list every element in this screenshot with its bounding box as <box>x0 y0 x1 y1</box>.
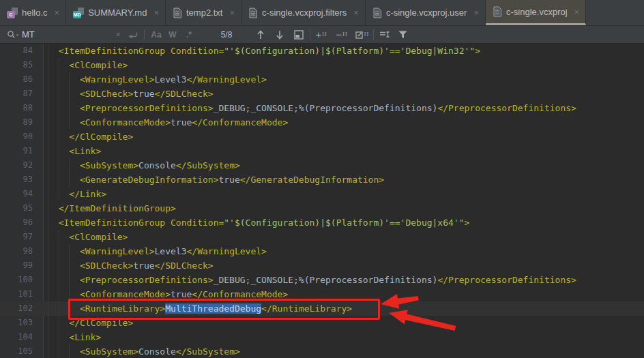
indent-guide <box>48 44 48 58</box>
code-line[interactable]: 96 <ItemDefinitionGroup Condition="'$(Co… <box>0 215 644 230</box>
tab-label: temp2.txt <box>186 8 222 18</box>
tab-c-single-vcxproj-user[interactable]: c-single.vcxproj.user× <box>366 0 486 25</box>
close-icon[interactable]: × <box>229 8 235 17</box>
indent-guide <box>59 72 59 87</box>
filter-search-icon[interactable] <box>395 28 410 42</box>
indent-guide <box>59 344 59 358</box>
line-number: 93 <box>0 173 43 187</box>
code-line[interactable]: 98 <WarningLevel>Level3</WarningLevel> <box>0 244 644 258</box>
code-line[interactable]: 105 <SubSystem>Console</SubSystem> <box>0 344 644 358</box>
code-text: </ClCompile> <box>48 316 133 330</box>
code-line[interactable]: 90 </ClCompile> <box>0 130 644 144</box>
line-number: 90 <box>0 130 43 144</box>
code-line[interactable]: 92 <SubSystem>Console</SubSystem> <box>0 158 644 173</box>
select-all-occurrences-button[interactable]: II <box>355 28 370 42</box>
text-file-icon <box>248 8 258 18</box>
line-number: 100 <box>0 273 43 287</box>
code-line[interactable]: 101 <ConformanceMode>true</ConformanceMo… <box>0 287 644 301</box>
tab-temp2-txt[interactable]: temp2.txt× <box>166 0 241 25</box>
search-input[interactable] <box>20 29 111 40</box>
code-line[interactable]: 103 </ClCompile> <box>0 316 644 330</box>
code-line[interactable]: 85 <ClCompile> <box>0 58 644 72</box>
line-number: 89 <box>0 115 43 130</box>
code-line[interactable]: 93 <GenerateDebugInformation>true</Gener… <box>0 173 644 187</box>
close-icon[interactable]: × <box>153 8 159 17</box>
indent-guide <box>48 344 48 358</box>
line-number: 99 <box>0 258 43 273</box>
line-number: 87 <box>0 87 43 101</box>
indent-guide <box>69 344 70 358</box>
tab-label: c-single.vcxproj.filters <box>262 8 347 18</box>
line-number: 101 <box>0 287 43 301</box>
code-line[interactable]: 89 <ConformanceMode>true</ConformanceMod… <box>0 115 644 130</box>
close-icon[interactable]: × <box>55 8 60 17</box>
indent-guide <box>48 58 48 72</box>
line-number: 104 <box>0 330 43 344</box>
line-number: 88 <box>0 101 43 115</box>
line-number: 86 <box>0 72 43 87</box>
code-line[interactable]: 95 </ItemDefinitionGroup> <box>0 201 644 215</box>
code-line[interactable]: 104 <Link> <box>0 330 644 344</box>
indent-guide <box>48 72 48 87</box>
code-line[interactable]: 86 <WarningLevel>Level3</WarningLevel> <box>0 72 644 87</box>
code-line[interactable]: 91 <Link> <box>0 144 644 158</box>
indent-guide <box>69 173 70 187</box>
tab-c-single-vcxproj[interactable]: c-single.vcxproj× <box>486 0 586 25</box>
indent-guide <box>69 158 70 173</box>
toolbar-separator <box>373 29 374 40</box>
code-text: <WarningLevel>Level3</WarningLevel> <box>48 72 267 87</box>
line-number: 105 <box>0 344 43 358</box>
open-in-find-window-button[interactable] <box>291 28 306 42</box>
line-number: 94 <box>0 187 43 201</box>
match-case-toggle[interactable]: Aa <box>148 30 164 40</box>
indent-guide <box>59 58 59 72</box>
code-rows: 84 <ItemDefinitionGroup Condition="'$(Co… <box>0 44 644 358</box>
indent-guide <box>59 130 59 144</box>
indent-guide <box>48 287 48 301</box>
tab-bar: Chello.c×MDSUMMARY.md×temp2.txt×c-single… <box>0 0 644 26</box>
code-text: <ItemDefinitionGroup Condition="'$(Confi… <box>48 215 469 230</box>
code-text: <Link> <box>48 144 101 158</box>
newline-icon[interactable] <box>126 28 141 42</box>
filter-lines-button[interactable] <box>377 28 392 42</box>
code-line[interactable]: 88 <PreprocessorDefinitions>_DEBUG;_CONS… <box>0 101 644 115</box>
whole-words-toggle[interactable]: W <box>164 30 181 40</box>
next-occurrence-button[interactable] <box>272 28 287 42</box>
close-icon[interactable]: × <box>353 8 359 17</box>
code-text: <WarningLevel>Level3</WarningLevel> <box>48 244 267 258</box>
code-text: <PreprocessorDefinitions>_DEBUG;_CONSOLE… <box>48 101 576 115</box>
indent-guide <box>48 230 48 244</box>
tab-hello-c[interactable]: Chello.c× <box>0 0 66 25</box>
code-line[interactable]: 97 <ClCompile> <box>0 230 644 244</box>
indent-guide <box>48 173 48 187</box>
code-line[interactable]: 100 <PreprocessorDefinitions>_DEBUG;_CON… <box>0 273 644 287</box>
code-line[interactable]: 87 <SDLCheck>true</SDLCheck> <box>0 87 644 101</box>
regex-toggle[interactable]: .* <box>181 30 197 40</box>
code-line[interactable]: 94 </Link> <box>0 187 644 201</box>
code-text: <ConformanceMode>true</ConformanceMode> <box>48 115 288 130</box>
code-text: <RuntimeLibrary>MultiThreadedDebug</Runt… <box>48 301 352 316</box>
code-line[interactable]: 102 <RuntimeLibrary>MultiThreadedDebug</… <box>0 301 644 316</box>
line-number: 84 <box>0 44 43 58</box>
close-icon[interactable]: × <box>574 8 580 16</box>
remove-occurrence-button[interactable]: −II <box>334 28 349 42</box>
search-icon[interactable] <box>5 28 20 42</box>
tab-label: c-single.vcxproj.user <box>386 8 467 18</box>
tab-c-single-vcxproj-filters[interactable]: c-single.vcxproj.filters× <box>241 0 366 25</box>
previous-occurrence-button[interactable] <box>253 28 268 42</box>
close-icon[interactable]: × <box>473 8 479 17</box>
line-number: 103 <box>0 316 43 330</box>
add-occurrence-button[interactable]: +II <box>314 28 329 42</box>
tab-label: c-single.vcxproj <box>506 7 568 17</box>
indent-guide <box>69 244 70 258</box>
line-number: 95 <box>0 201 43 215</box>
code-line[interactable]: 84 <ItemDefinitionGroup Condition="'$(Co… <box>0 44 644 58</box>
indent-guide <box>48 301 48 316</box>
clear-search-icon[interactable]: × <box>111 28 126 42</box>
indent-guide <box>59 101 59 115</box>
tab-summary-md[interactable]: MDSUMMARY.md× <box>66 0 166 25</box>
indent-guide <box>59 316 59 330</box>
code-line[interactable]: 99 <SDLCheck>true</SDLCheck> <box>0 258 644 273</box>
indent-guide <box>48 215 48 230</box>
indent-guide <box>69 101 70 115</box>
